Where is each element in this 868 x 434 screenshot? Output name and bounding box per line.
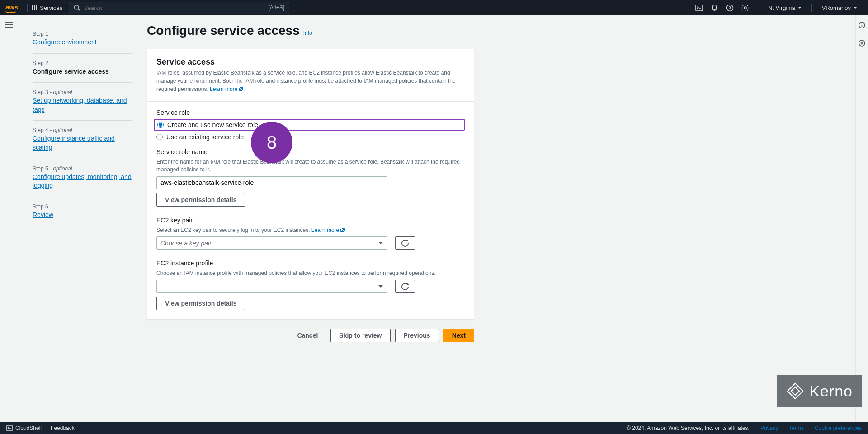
- svg-point-6: [859, 40, 865, 46]
- view-permission-details-button-2[interactable]: View permission details: [156, 297, 245, 310]
- kerno-logo-icon: [786, 382, 805, 401]
- settings-icon[interactable]: [738, 0, 753, 15]
- next-button[interactable]: Next: [443, 329, 474, 342]
- view-permission-details-button[interactable]: View permission details: [156, 193, 245, 207]
- service-role-name-desc: Enter the name for an IAM role that Elas…: [156, 158, 465, 174]
- svg-point-0: [75, 5, 79, 9]
- panel-body: Service role Create and use new service …: [147, 102, 474, 319]
- wizard-sidebar: Step 1 Configure environment Step 2 Conf…: [17, 15, 146, 422]
- cloudshell-icon[interactable]: [692, 0, 707, 15]
- tutorials-panel-toggle[interactable]: [859, 40, 865, 48]
- svg-rect-2: [696, 5, 703, 11]
- panel-heading: Service access: [156, 57, 465, 67]
- kerno-text: Kerno: [809, 382, 853, 400]
- nav-divider: [27, 4, 28, 12]
- service-role-name-input[interactable]: [156, 176, 387, 189]
- step-title[interactable]: Review: [33, 211, 132, 220]
- user-menu[interactable]: VRomanov: [816, 5, 863, 11]
- instance-profile-select[interactable]: [156, 280, 387, 293]
- radio-create-input[interactable]: [157, 122, 164, 128]
- page-title: Configure service access Info: [147, 24, 474, 38]
- notifications-icon[interactable]: [707, 0, 722, 15]
- sidebar-step-4[interactable]: Step 4 - optional Configure instance tra…: [33, 121, 132, 159]
- caret-down-icon: [378, 242, 383, 244]
- service-role-radio-group: Create and use new service role Use an e…: [156, 119, 465, 142]
- radio-create-label: Create and use new service role: [167, 121, 258, 128]
- step-title: Configure service access: [33, 67, 132, 76]
- aws-logo-text: aws: [5, 3, 18, 11]
- svg-point-4: [744, 7, 746, 9]
- previous-button[interactable]: Previous: [395, 329, 439, 342]
- ec2-keypair-desc: Select an EC2 key pair to securely log i…: [156, 226, 465, 234]
- main-content: Configure service access Info Service ac…: [146, 15, 855, 422]
- step-number: Step 6: [33, 203, 132, 210]
- services-label: Services: [40, 5, 62, 11]
- sidebar-step-6[interactable]: Step 6 Review: [33, 197, 132, 226]
- left-rail: [0, 15, 17, 422]
- step-title[interactable]: Configure instance traffic and scaling: [33, 134, 132, 152]
- step-number: Step 5 - optional: [33, 165, 132, 172]
- external-link-icon: [239, 87, 243, 91]
- global-search[interactable]: [Alt+S]: [69, 2, 289, 14]
- grid-icon: [32, 5, 37, 10]
- right-rail: [855, 15, 868, 422]
- radio-existing-role[interactable]: Use an existing service role: [156, 132, 465, 142]
- learn-more-link[interactable]: Learn more: [311, 226, 345, 234]
- radio-create-role[interactable]: Create and use new service role: [154, 119, 465, 131]
- search-input[interactable]: [84, 5, 264, 11]
- hamburger-icon[interactable]: [5, 22, 13, 28]
- step-number: Step 2: [33, 60, 132, 66]
- region-label: N. Virginia: [768, 5, 795, 11]
- service-role-label: Service role: [156, 109, 465, 116]
- step-number: Step 3 - optional: [33, 89, 132, 95]
- search-icon: [74, 5, 80, 11]
- radio-existing-label: Use an existing service role: [166, 133, 244, 141]
- radio-existing-input[interactable]: [156, 134, 163, 140]
- info-panel-toggle[interactable]: [859, 22, 865, 30]
- step-title[interactable]: Configure updates, monitoring, and loggi…: [33, 173, 132, 190]
- annotation-badge: 8: [251, 122, 292, 163]
- step-number: Step 4 - optional: [33, 127, 132, 133]
- sidebar-step-3[interactable]: Step 3 - optional Set up networking, dat…: [33, 83, 132, 121]
- help-icon[interactable]: [722, 0, 738, 15]
- svg-point-7: [861, 42, 863, 44]
- step-title[interactable]: Set up networking, database, and tags: [33, 96, 132, 114]
- service-role-name-label: Service role name: [156, 148, 465, 156]
- panel-header: Service access IAM roles, assumed by Ela…: [147, 49, 474, 102]
- services-menu[interactable]: Services: [32, 5, 62, 11]
- ec2-keypair-label: EC2 key pair: [156, 217, 465, 224]
- sidebar-step-1[interactable]: Step 1 Configure environment: [33, 24, 132, 54]
- region-selector[interactable]: N. Virginia: [763, 5, 807, 11]
- instance-profile-desc: Choose an IAM instance profile with mana…: [156, 269, 465, 277]
- keypair-select[interactable]: Choose a key pair: [156, 236, 387, 250]
- refresh-icon: [401, 240, 409, 247]
- svg-line-1: [78, 9, 80, 10]
- wizard-actions: Cancel Skip to review Previous Next: [147, 329, 474, 342]
- page-title-text: Configure service access: [147, 24, 300, 38]
- step-number: Step 1: [33, 31, 132, 37]
- step-title[interactable]: Configure environment: [33, 38, 132, 47]
- panel-description: IAM roles, assumed by Elastic Beanstalk …: [156, 69, 465, 93]
- keypair-placeholder: Choose a key pair: [160, 240, 212, 247]
- caret-down-icon: [378, 285, 383, 288]
- search-shortcut: [Alt+S]: [269, 5, 285, 11]
- aws-smile-icon: [5, 11, 16, 13]
- skip-to-review-button[interactable]: Skip to review: [330, 329, 390, 342]
- caret-down-icon: [854, 7, 857, 9]
- sidebar-step-2: Step 2 Configure service access: [33, 54, 132, 83]
- nav-divider: [758, 4, 758, 12]
- user-label: VRomanov: [822, 5, 851, 11]
- top-nav: aws Services [Alt+S] N. Virginia VRomano…: [0, 0, 868, 15]
- cancel-button[interactable]: Cancel: [289, 329, 326, 342]
- kerno-watermark: Kerno: [777, 375, 862, 407]
- instance-profile-label: EC2 instance profile: [156, 259, 465, 267]
- caret-down-icon: [798, 7, 802, 9]
- sidebar-step-5[interactable]: Step 5 - optional Configure updates, mon…: [33, 159, 132, 197]
- nav-divider: [811, 4, 812, 12]
- aws-logo[interactable]: aws: [5, 3, 18, 13]
- refresh-instance-profile-button[interactable]: [395, 280, 415, 293]
- refresh-keypair-button[interactable]: [395, 236, 415, 250]
- info-link[interactable]: Info: [303, 30, 312, 36]
- learn-more-link[interactable]: Learn more: [210, 85, 243, 93]
- service-access-panel: Service access IAM roles, assumed by Ela…: [147, 49, 474, 320]
